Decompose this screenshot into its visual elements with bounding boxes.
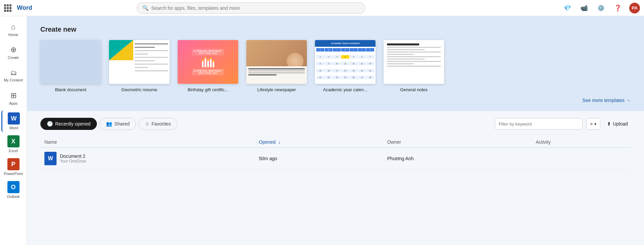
apps-grid-icon[interactable]: [4, 4, 11, 12]
sidebar-label-word: Word: [9, 126, 18, 130]
settings-icon-btn[interactable]: ⚙️: [596, 3, 606, 13]
sidebar-label-create: Create: [8, 56, 19, 60]
notes-title-line: [387, 43, 419, 45]
create-icon: [10, 45, 16, 54]
word-icon: W: [8, 112, 20, 125]
template-card-academic[interactable]: ACADEMIC YEAR CALENDAR S M T W T F S 1: [315, 40, 375, 92]
template-card-notes[interactable]: General notes: [384, 40, 444, 92]
excel-icon: X: [7, 135, 20, 147]
sidebar-label-apps: Apps: [9, 101, 17, 105]
sidebar-label-excel: Excel: [9, 149, 18, 153]
outlook-icon: O: [7, 181, 20, 193]
clock-icon: 🕐: [47, 121, 53, 127]
help-icon-btn[interactable]: ❓: [612, 3, 623, 13]
sidebar-label-home: Home: [8, 33, 18, 37]
col-owner: Owner: [383, 137, 532, 148]
ac-cell: 27: [358, 76, 366, 79]
sidebar: Home Create My Content Apps W Word X Exc…: [0, 16, 27, 245]
template-card-blank[interactable]: Blank document: [40, 40, 101, 92]
resume-line: [135, 67, 148, 68]
template-label-birthday: Birthday gift certific...: [188, 87, 228, 92]
academic-header: ACADEMIC YEAR CALENDAR: [315, 40, 375, 47]
candle: [213, 62, 214, 67]
sidebar-item-mycontent[interactable]: My Content: [1, 65, 26, 86]
sidebar-item-powerpoint[interactable]: P PowerPoint: [1, 156, 26, 178]
ac-cell: 4: [341, 55, 349, 59]
candle: [207, 61, 209, 67]
template-label-academic: Academic year calen...: [323, 87, 367, 92]
candle: [202, 61, 204, 67]
avatar[interactable]: PA: [629, 3, 640, 13]
app-name: Word: [17, 4, 32, 11]
file-name-inner: Document 2 Your OneDrive: [44, 152, 251, 165]
premium-icon-btn[interactable]: 💎: [562, 3, 573, 13]
sidebar-item-word[interactable]: W Word: [1, 110, 26, 132]
ac-cell: T: [350, 48, 358, 51]
ac-cell: 22: [316, 76, 324, 79]
template-card-birthday[interactable]: A SPECIAL BIRTHDAYGIFT FOR YOU: [178, 40, 238, 92]
search-bar[interactable]: 🔍: [137, 2, 365, 14]
table-row[interactable]: Document 2 Your OneDrive 50m ago Phương …: [40, 148, 631, 170]
resume-line: [135, 47, 155, 48]
ac-cell: W: [341, 48, 349, 51]
ac-cell: 6: [358, 55, 366, 59]
template-card-geo-resume[interactable]: Geometric resume: [109, 40, 170, 92]
sort-arrow-icon: ↓: [278, 139, 281, 145]
file-name: Document 2: [60, 153, 86, 159]
candle-flame: [202, 60, 204, 61]
camera-icon-btn[interactable]: 📹: [579, 3, 589, 13]
tab-recently-opened[interactable]: 🕐 Recently opened: [40, 118, 97, 130]
resume-line: [135, 70, 168, 71]
search-input[interactable]: [151, 5, 360, 11]
sidebar-item-create[interactable]: Create: [1, 42, 26, 63]
ac-cell: 19: [350, 69, 358, 72]
lifestyle-img: [246, 40, 307, 66]
ac-cell: 10: [333, 62, 341, 65]
ac-cell: 25: [341, 76, 349, 79]
sidebar-item-apps[interactable]: Apps: [1, 88, 26, 109]
sort-chevron: ▾: [594, 121, 597, 127]
tab-favorites[interactable]: ☆ Favorites: [139, 118, 177, 130]
ac-cell: 26: [350, 76, 358, 79]
candle-flame: [213, 60, 214, 62]
see-more-templates-link[interactable]: See more templates →: [582, 98, 631, 103]
lifestyle-content: [246, 66, 307, 77]
notes-line: [387, 56, 441, 57]
geo-triangle-yellow: [109, 40, 133, 60]
candle-flame: [205, 57, 206, 58]
candle-flame: [207, 59, 209, 60]
lifestyle-line: [248, 72, 305, 73]
ac-cell: T: [333, 48, 341, 51]
file-opened: 50m ago: [255, 148, 383, 170]
files-section: 🕐 Recently opened 👥 Shared ☆ Favorites: [27, 111, 644, 245]
upload-icon: ⬆: [607, 121, 611, 127]
candle: [210, 59, 212, 67]
ac-cell: 8: [316, 62, 324, 65]
sort-button[interactable]: ≡ ▾: [586, 118, 600, 130]
sidebar-item-home[interactable]: Home: [1, 19, 26, 40]
tab-shared[interactable]: 👥 Shared: [100, 118, 136, 130]
filter-input-wrap[interactable]: [495, 118, 582, 130]
upload-button[interactable]: ⬆ Upload: [604, 121, 631, 127]
notes-line: [387, 54, 414, 55]
ac-cell: 16: [325, 69, 333, 72]
sidebar-item-outlook[interactable]: O Outlook: [1, 179, 26, 201]
resume-line: [135, 57, 168, 58]
content-area: Create new Blank document: [27, 16, 644, 245]
ac-cell: 12: [350, 62, 358, 65]
lifestyle-line: [248, 70, 305, 71]
template-card-lifestyle[interactable]: Lifestyle newspaper: [246, 40, 307, 92]
ac-cell: 21: [366, 69, 374, 72]
template-thumb-notes: [384, 40, 444, 84]
ac-cell: F: [358, 48, 366, 51]
lifestyle-visual: [246, 40, 307, 84]
sidebar-item-excel[interactable]: X Excel: [1, 133, 26, 155]
filter-input[interactable]: [499, 121, 579, 127]
notes-visual: [384, 40, 444, 84]
template-thumb-lifestyle: [246, 40, 307, 84]
academic-grid: S M T W T F S 1 2 3 4 5: [315, 47, 375, 84]
ac-cell: S: [316, 48, 324, 51]
main-layout: Home Create My Content Apps W Word X Exc…: [0, 16, 644, 245]
ac-cell: 28: [366, 76, 374, 79]
ppt-icon: P: [7, 158, 20, 170]
